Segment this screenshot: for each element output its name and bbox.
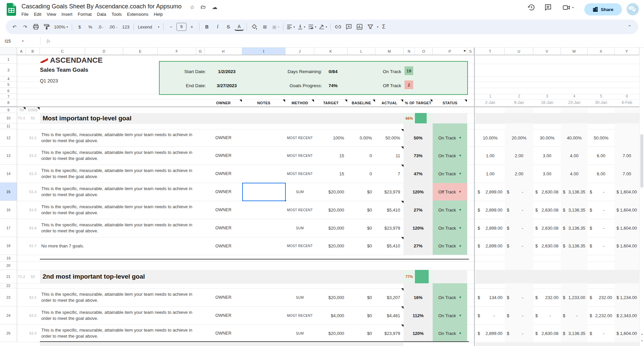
cell-week4-row17[interactable]: 3,136.35 [561,219,585,237]
column-header-H[interactable]: H [205,48,242,55]
cell-week1-row13[interactable]: 1.00 [476,147,505,165]
cell-week5-row23[interactable]: 232.00 [588,288,612,306]
create-filter-button[interactable] [366,22,375,32]
section-code-2[interactable]: S1 [26,113,40,123]
cell-owner-row14[interactable]: OWNER [205,165,242,183]
cell-baseline-row24[interactable]: $0 [347,306,372,325]
cell-notes-row13[interactable] [242,147,285,165]
section-progress-bar-cell[interactable] [415,113,433,123]
text-wrap-dropdown-icon[interactable]: ▾ [315,25,316,28]
section-code-1[interactable]: T1-1 [17,113,26,123]
cell-week1-row15[interactable]: 2,899.00 [476,183,502,201]
cell-week1-row16[interactable]: 2,899.00 [476,201,502,219]
cell-pct-of-target-row17[interactable]: 120% [404,219,433,237]
menu-data[interactable]: Data [94,11,109,17]
cell-week1-row17[interactable]: 2,899.00 [476,219,502,237]
row-header-12[interactable]: 12 [0,129,17,147]
status-dropdown-row16[interactable]: On Track▼ [433,201,467,219]
filter-views-dropdown-icon[interactable]: ▾ [377,25,378,28]
menu-format[interactable]: Format [75,11,94,17]
cell-week5-row24[interactable]: 2,232.00 [588,306,612,325]
cell-week2-row13[interactable]: 2.00 [505,147,533,165]
cell-week4-row16[interactable]: 3,136.35 [561,201,585,219]
italic-button[interactable]: I [213,22,222,32]
cell-notes-row17[interactable] [242,219,285,237]
column-header-I[interactable]: I [242,48,285,55]
column-header-A[interactable]: A [17,48,26,55]
cell-target-row14[interactable]: 15 [314,165,344,183]
row-header-6[interactable]: 6 [0,88,17,94]
column-header-K[interactable]: K [314,48,347,55]
cell-code-S2-2[interactable]: S2-2 [26,306,40,325]
cell-actual-row23[interactable]: $3,207 [375,288,400,306]
cell-owner-row17[interactable]: OWNER [205,219,242,237]
cell-code-S1-2[interactable]: S1-2 [26,147,40,165]
horizontal-align-button[interactable]: ▾ [286,22,296,32]
status-dropdown-icon[interactable]: ▼ [459,296,462,299]
paint-format-button[interactable] [42,22,51,32]
status-dropdown-icon[interactable]: ▼ [459,172,462,175]
cell-week2-row12[interactable]: 20.00% [505,129,533,147]
cell-description-row17[interactable]: This is the specific, measurable, attain… [41,219,193,237]
menu-insert[interactable]: Insert [59,11,75,17]
cell-week3-row12[interactable]: 30.00% [533,129,561,147]
cell-week2-row14[interactable]: 2.00 [505,165,533,183]
cell-method-row13[interactable]: MOST RECENT [285,147,314,165]
column-header-U[interactable]: U [505,48,533,55]
column-header-P[interactable]: P [433,48,467,55]
cell-week5-row13[interactable]: 6.00 [588,147,614,165]
status-dropdown-icon[interactable]: ▼ [459,190,462,193]
table-header-notes[interactable]: NOTES [242,99,285,106]
cell-week4-row14[interactable]: 4.00 [561,165,588,183]
cell-description-row24[interactable]: This is the specific, measurable, attain… [41,306,193,325]
status-dropdown-icon[interactable]: ▼ [459,136,462,139]
cell-actual-row16[interactable]: $5,410 [375,201,400,219]
column-header-N[interactable]: N [404,48,415,55]
cell-week5-row14[interactable]: 6.00 [588,165,614,183]
cell-week2-row18[interactable]: - [505,237,523,255]
menu-help[interactable]: Help [151,11,165,17]
row-header-19[interactable]: 19 [0,255,17,262]
table-header-method[interactable]: METHOD [285,99,314,106]
column-header-M[interactable]: M [375,48,404,55]
row-header-21[interactable]: 21 [0,270,17,283]
cell-pct-of-target-row24[interactable]: 112% [404,306,433,325]
name-box[interactable]: I15 ▾ [0,39,37,44]
row-header-10[interactable]: 10 [0,113,17,123]
insert-comment-button[interactable] [344,22,354,32]
cell-week3-row17[interactable]: 2,630.08 [533,219,558,237]
status-dropdown-row12[interactable]: On Track▼ [433,129,467,147]
cell-pct-of-target-row13[interactable]: 73% [404,147,433,165]
cell-week4-row25[interactable]: 3,136.35 [561,325,585,342]
cell-description-row23[interactable]: This is the specific, measurable, attain… [41,288,193,306]
star-icon[interactable]: ☆ [190,4,195,10]
fill-color-button[interactable] [250,22,259,32]
cell-method-row18[interactable]: MOST RECENT [285,237,314,255]
cell-description-row14[interactable]: This is the specific, measurable, attain… [41,165,193,183]
section-progress-bar-cell[interactable] [415,270,433,283]
row-header-14[interactable]: 14 [0,165,17,183]
selected-cell-I15[interactable] [242,183,286,201]
cell-method-row14[interactable]: MOST RECENT [285,165,314,183]
print-button[interactable] [31,22,41,32]
cell-week6-row24[interactable]: 2,343.00 [614,306,637,325]
section-code-2[interactable]: S2 [26,270,40,283]
cell-target-row12[interactable]: 100% [314,129,344,147]
row-header-13[interactable]: 13 [0,147,17,165]
cell-actual-row18[interactable]: $5,410 [375,237,400,255]
status-dropdown-icon[interactable]: ▼ [459,154,462,157]
status-dropdown-icon[interactable]: ▼ [459,208,462,212]
vertical-align-dropdown-icon[interactable]: ▾ [304,25,305,28]
cell-owner-row25[interactable]: OWNER [205,325,242,342]
cell-baseline-row12[interactable]: 0.00% [347,129,372,147]
insert-link-button[interactable] [333,22,343,32]
cell-target-row18[interactable]: $20,000 [314,237,344,255]
cell-week5-row25[interactable]: - [588,325,604,342]
table-header-baseline[interactable]: BASELINE [347,99,375,106]
insert-chart-button[interactable] [355,22,364,32]
section-progress-percent[interactable]: 77% [404,270,415,283]
date-week-label[interactable]: 30-Jan [588,99,614,106]
cell-target-row25[interactable]: $20,000 [314,325,344,342]
comment-history-icon[interactable] [544,3,552,11]
row-header-15[interactable]: 15 [0,183,17,201]
